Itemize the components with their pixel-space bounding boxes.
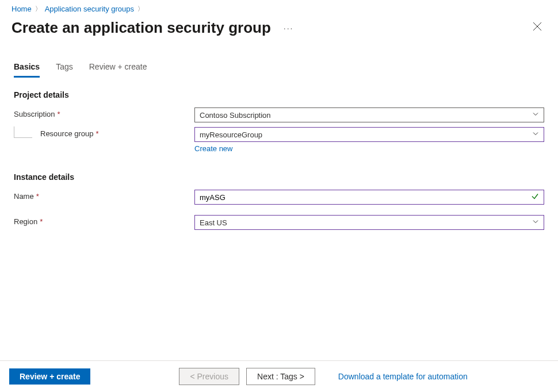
label-region: Region — [14, 217, 37, 226]
tab-bar: Basics Tags Review + create — [0, 43, 558, 78]
label-subscription: Subscription — [14, 110, 55, 118]
label-resource-group: Resource group — [40, 129, 94, 138]
subscription-select[interactable]: Contoso Subscription — [194, 107, 544, 122]
required-indicator: * — [58, 110, 60, 118]
resource-group-select[interactable]: myResourceGroup — [194, 127, 544, 142]
name-input[interactable] — [200, 193, 539, 202]
breadcrumb: Home 〉 Application security groups 〉 — [0, 0, 558, 16]
subscription-value: Contoso Subscription — [200, 111, 271, 120]
chevron-down-icon — [532, 218, 539, 227]
chevron-right-icon: 〉 — [137, 5, 144, 13]
section-instance-details: Instance details — [0, 153, 558, 185]
region-value: East US — [200, 218, 227, 227]
row-name: Name * — [0, 185, 558, 205]
required-indicator: * — [36, 192, 39, 201]
breadcrumb-home-link[interactable]: Home — [12, 5, 32, 13]
chevron-down-icon — [532, 111, 539, 120]
page-title: Create an application security group — [12, 19, 271, 37]
region-select[interactable]: East US — [194, 215, 544, 230]
more-actions-icon[interactable]: ··· — [284, 24, 294, 33]
tab-review-create[interactable]: Review + create — [89, 62, 147, 78]
required-indicator: * — [40, 217, 43, 226]
row-resource-group: Resource group * myResourceGroup Create … — [0, 122, 558, 153]
review-create-button[interactable]: Review + create — [9, 368, 90, 385]
required-indicator: * — [96, 129, 99, 138]
breadcrumb-asg-link[interactable]: Application security groups — [45, 5, 134, 13]
footer-bar: Review + create < Previous Next : Tags >… — [0, 360, 558, 392]
previous-button: < Previous — [179, 368, 239, 385]
next-button[interactable]: Next : Tags > — [246, 368, 315, 385]
close-icon[interactable] — [528, 20, 546, 36]
tree-connector — [14, 126, 32, 138]
resource-group-value: myResourceGroup — [200, 130, 262, 139]
tab-tags[interactable]: Tags — [56, 62, 73, 78]
section-project-details: Project details — [0, 78, 558, 103]
name-input-wrapper — [194, 190, 544, 205]
row-region: Region * East US — [0, 205, 558, 230]
tab-basics[interactable]: Basics — [14, 62, 40, 78]
chevron-down-icon — [532, 130, 539, 139]
row-subscription: Subscription * Contoso Subscription — [0, 103, 558, 122]
page-header: Create an application security group ··· — [0, 16, 558, 43]
label-name: Name — [14, 192, 34, 201]
create-new-link[interactable]: Create new — [194, 144, 232, 153]
check-icon — [531, 193, 539, 202]
chevron-right-icon: 〉 — [35, 5, 41, 13]
download-template-link[interactable]: Download a template for automation — [338, 372, 468, 381]
